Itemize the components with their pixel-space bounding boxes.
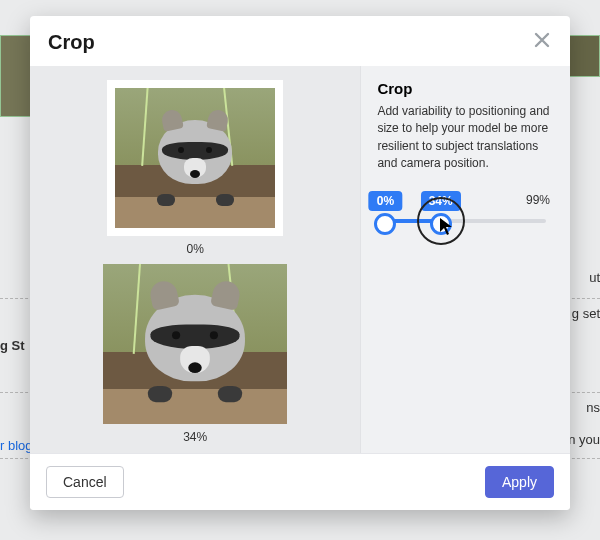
controls-panel: Crop Add variability to positioning and …: [360, 66, 570, 453]
preview-value: 34%: [103, 264, 287, 444]
crop-slider[interactable]: 0% 34% 99%: [377, 191, 554, 235]
modal-title: Crop: [48, 31, 95, 54]
preview-panel: 0% 34%: [30, 66, 360, 453]
slider-min-bubble: 0%: [369, 191, 402, 211]
section-description: Add variability to positioning and size …: [377, 103, 554, 173]
cursor-arrow-icon: [439, 217, 455, 237]
close-icon: [532, 30, 552, 50]
close-button[interactable]: [532, 30, 552, 54]
modal-header: Crop: [30, 16, 570, 56]
cancel-button[interactable]: Cancel: [46, 466, 124, 498]
slider-thumb-min[interactable]: [374, 213, 396, 235]
preview-image: [103, 264, 287, 424]
modal-body: 0% 34% Crop Add variability to positioni…: [30, 66, 570, 453]
preview-image: [115, 88, 275, 228]
preview-min: 0%: [107, 80, 283, 256]
apply-button[interactable]: Apply: [485, 466, 554, 498]
section-title: Crop: [377, 80, 554, 97]
preview-frame: [107, 80, 283, 236]
modal-footer: Cancel Apply: [30, 453, 570, 510]
preview-caption: 0%: [187, 242, 204, 256]
crop-modal: Crop 0%: [30, 16, 570, 510]
preview-caption: 34%: [183, 430, 207, 444]
slider-max-label: 99%: [526, 193, 550, 207]
